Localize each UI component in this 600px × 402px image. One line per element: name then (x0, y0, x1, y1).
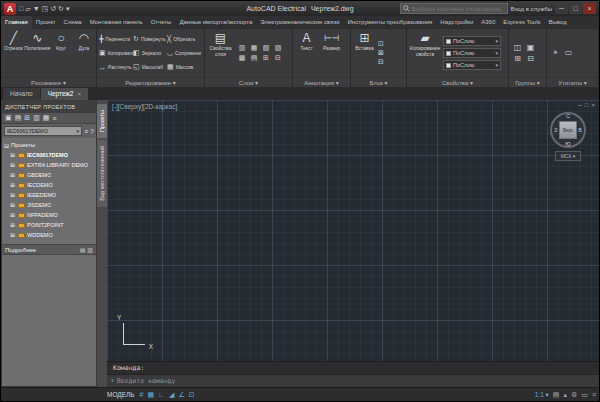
viewcube-south[interactable]: Ю (565, 141, 571, 147)
group-edit-icon[interactable]: ⊞ (511, 54, 524, 63)
expand-icon[interactable]: ⊞ (10, 232, 16, 238)
tab-project[interactable]: Проект (32, 16, 60, 29)
file-tab-drawing2[interactable]: Чертеж2 × (41, 88, 88, 100)
redo-icon[interactable]: ↻ (58, 2, 64, 15)
side-tab-projects[interactable]: Проекты (97, 104, 107, 138)
viewport-controls[interactable]: [-][Сверху][2D-каркас] (112, 103, 177, 110)
tab-import-export[interactable]: Данные импорта/экспорта (175, 16, 256, 29)
panel-label-block[interactable]: Блок ▾ (351, 77, 406, 87)
tree-item-project[interactable]: ⊞ IEC60617DEMO (4, 150, 96, 160)
expand-icon[interactable]: ⊞ (10, 182, 16, 188)
ortho-icon[interactable]: ∟ (158, 388, 165, 401)
lineweight-dropdown[interactable]: ПоСлою ▾ (443, 48, 501, 58)
signin-label[interactable]: Вход в службы (511, 6, 553, 12)
new-project-icon[interactable]: ▣ (5, 114, 12, 122)
circle-button[interactable]: ○ Круг (51, 30, 72, 76)
tree-item-project[interactable]: ⊞ WDDEMO (4, 230, 96, 240)
new-icon[interactable]: □ (19, 2, 23, 15)
open-icon[interactable]: ▱ (25, 2, 30, 15)
qat-dropdown-icon[interactable]: ▾ (66, 2, 70, 15)
tab-panel[interactable]: Монтажная панель (86, 16, 147, 29)
help-search-input[interactable] (412, 6, 505, 12)
panel-label-modify[interactable]: Редактирование ▾ (97, 77, 204, 87)
viewcube-north[interactable]: С (566, 113, 570, 119)
palette-title[interactable]: ДИСПЕТЧЕР ПРОЕКТОВ (2, 101, 96, 113)
minimize-button[interactable]: ─ (555, 3, 568, 14)
expand-icon[interactable]: ⊞ (10, 162, 16, 168)
viewcube-west[interactable]: З (554, 127, 557, 133)
linetype-dropdown[interactable]: ПоСлою ▾ (443, 60, 501, 70)
dynamic-input-icon[interactable]: ⊡ (189, 388, 195, 401)
command-input-row[interactable]: › (107, 374, 599, 387)
file-tab-start[interactable]: Начало (3, 88, 40, 100)
close-drawing-icon[interactable]: × (591, 102, 595, 108)
expand-icon[interactable]: ⊞ (10, 172, 16, 178)
array-button[interactable]: ▦Массив (167, 61, 201, 73)
expand-icon[interactable]: ⊞ (10, 212, 16, 218)
color-dropdown[interactable]: ПоСлою ▾ (443, 36, 501, 46)
annotation-scale-button[interactable]: 1:1 ▾ (535, 391, 549, 399)
panel-label-layers[interactable]: Слои ▾ (205, 77, 292, 87)
drawing-canvas[interactable]: [-][Сверху][2D-каркас] ─ □ × С Ю З В Вер… (107, 100, 599, 361)
expand-icon[interactable]: ⊞ (10, 152, 16, 158)
trim-button[interactable]: ╳Обрезать (167, 33, 201, 45)
layer-tool-icon[interactable]: ▦ (248, 44, 260, 52)
grid-icon[interactable]: # (140, 388, 144, 401)
group-manager-icon[interactable]: ⊟ (524, 54, 537, 63)
app-menu-button[interactable]: A (4, 3, 16, 15)
insert-block-button[interactable]: ⊞ Вставка (353, 30, 376, 76)
polar-tracking-icon[interactable]: ◢ (169, 388, 174, 401)
side-tab-location-view[interactable]: Вид местоположений (97, 140, 107, 207)
polyline-button[interactable]: ∿ Полилиния (26, 30, 49, 76)
command-input[interactable] (117, 377, 595, 385)
wcs-dropdown[interactable]: МСК ▾ (555, 151, 581, 161)
stretch-button[interactable]: ↔Растянуть (99, 61, 133, 73)
new-drawing-icon[interactable]: ⊞ (24, 114, 30, 122)
project-list-icon[interactable]: ≡ (84, 128, 88, 135)
panel-label-annotation[interactable]: Аннотация ▾ (293, 77, 350, 87)
customization-menu-icon[interactable]: ≡ (592, 388, 596, 401)
panel-label-groups[interactable]: Группы ▾ (509, 77, 546, 87)
move-button[interactable]: ╋Перенести (99, 33, 133, 45)
expand-icon[interactable]: ⊞ (10, 222, 16, 228)
scale-button[interactable]: ◱Масштаб (133, 61, 167, 73)
mirror-button[interactable]: ◧Зеркало (133, 47, 167, 59)
viewcube-east[interactable]: В (578, 127, 582, 133)
close-tab-icon[interactable]: × (78, 88, 82, 100)
tree-item-project[interactable]: ⊞ GBDEMO (4, 170, 96, 180)
layer-tool-icon[interactable]: ⊞ (260, 54, 272, 62)
measure-icon[interactable]: ⌖ (549, 48, 562, 58)
line-button[interactable]: ╱ Отрезок (3, 30, 24, 76)
project-menu-icon[interactable]: ≡ (52, 115, 56, 122)
tab-home[interactable]: Главная (1, 16, 32, 29)
layer-tool-icon[interactable]: ▤ (248, 54, 260, 62)
tree-item-project[interactable]: ⊞ NFPADEMO (4, 210, 96, 220)
tree-item-project[interactable]: ⊞ JISDEMO (4, 200, 96, 210)
collapse-icon[interactable]: ⊟ (4, 142, 9, 149)
group-icon[interactable]: ◫ (511, 43, 524, 52)
autoscale-icon[interactable]: ▴ (563, 388, 567, 401)
plot-icon[interactable]: ◳ (42, 2, 49, 15)
tree-item-project[interactable]: ⊞ POINT2POINT (4, 220, 96, 230)
annotation-visibility-icon[interactable]: ▤ (553, 388, 560, 401)
copy-button[interactable]: ▣Копировать (99, 47, 133, 59)
tab-electromechanical[interactable]: Электромеханические связи (256, 16, 343, 29)
text-button[interactable]: A Текст (295, 30, 318, 76)
panel-label-properties[interactable]: Свойства ▾ (407, 77, 508, 87)
save-icon[interactable]: ▼ (33, 2, 40, 15)
block-tool-icon[interactable]: ⊡ (378, 40, 384, 48)
tab-a360[interactable]: A360 (477, 16, 499, 29)
layer-tool-icon[interactable]: ▧ (260, 44, 272, 52)
undo-icon[interactable]: ↺ (50, 2, 56, 15)
layer-tool-icon[interactable]: ▨ (272, 44, 284, 52)
object-snap-icon[interactable]: ∠ (178, 388, 184, 401)
help-search-box[interactable] (400, 3, 508, 14)
panel-label-utilities[interactable]: Утилиты ▾ (547, 77, 598, 87)
tree-item-project[interactable]: ⊞ IEEEDEMO (4, 190, 96, 200)
snap-icon[interactable]: ▦ (148, 388, 155, 401)
tab-output[interactable]: Вывод (545, 16, 571, 29)
layer-properties-button[interactable]: ▤ Свойства слоя (207, 30, 234, 76)
quick-select-icon[interactable]: ▭ (562, 48, 575, 58)
block-tool-icon[interactable]: ⊠ (378, 49, 384, 57)
expand-icon[interactable]: ⊞ (10, 202, 16, 208)
